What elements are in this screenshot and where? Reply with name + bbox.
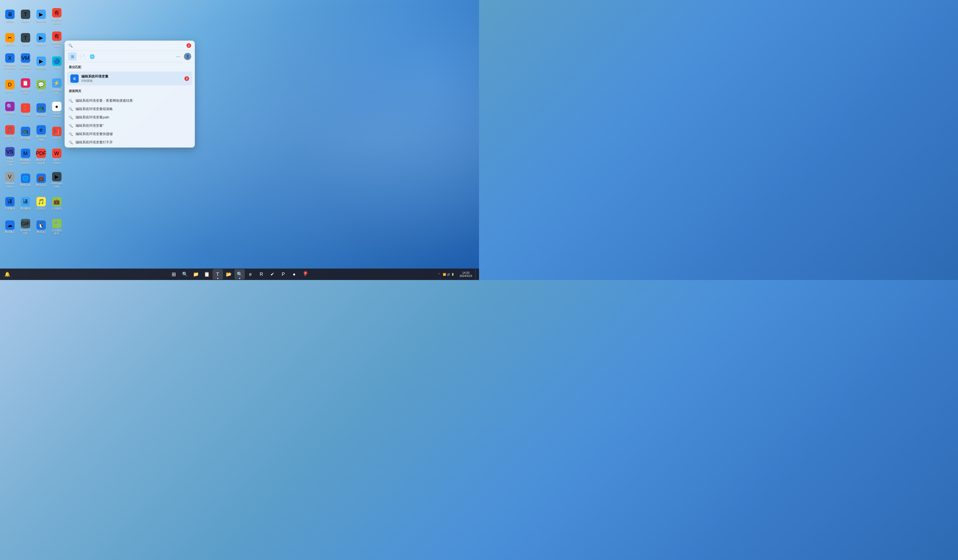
search-input[interactable]: 编辑系统环境变量: [75, 43, 184, 47]
desktop-icon-icon-28[interactable]: W WPS Office: [49, 146, 64, 168]
clock-time: 14:20: [462, 271, 469, 274]
desktop-icon-label: 腾讯QQ: [36, 231, 46, 234]
desktop-icon-icon-29[interactable]: V VMware Xterm: [3, 169, 17, 191]
taskbar-item-tb-edge[interactable]: e: [245, 269, 256, 280]
taskbar-item-tb-explorer[interactable]: 📂: [224, 269, 234, 280]
desktop-icon-icon-6[interactable]: T Typora: [18, 28, 33, 51]
tab-doc[interactable]: 📄: [78, 52, 86, 61]
desktop-icon-icon-31[interactable]: 💼 腾讯会议: [34, 169, 48, 191]
desktop-icon-icon-10[interactable]: VM VMware Workstation: [18, 52, 33, 74]
desktop-icon-icon-32[interactable]: ▶ PotPlayer 64bit: [49, 169, 64, 191]
desktop-icon-img: X: [5, 53, 14, 63]
desktop-icon-icon-17[interactable]: 🔍 Everything: [3, 99, 17, 121]
desktop-icon-icon-19[interactable]: 📺 腾讯视频: [34, 99, 48, 121]
web-result-item-4[interactable]: 🔍编辑系统环境变量快捷键: [65, 130, 195, 138]
desktop-icon-label: 小红书: [53, 137, 61, 140]
desktop-icon-label: 企业微信助手: [51, 229, 63, 235]
system-tray-expand[interactable]: ^: [438, 272, 440, 276]
taskbar-item-tb-chrome[interactable]: ●: [289, 269, 300, 280]
desktop-icon-icon-4[interactable]: 有 有道词典桌面版: [49, 5, 64, 27]
desktop-icon-img: 有: [52, 32, 62, 41]
desktop-icon-icon-22[interactable]: 📺 腾讯视频: [18, 122, 33, 144]
web-result-item-3[interactable]: 🔍编辑系统环境变量": [65, 122, 195, 130]
desktop-icon-icon-15[interactable]: 💬 微信: [34, 76, 48, 98]
clock-date: 2024/3/15: [460, 274, 472, 277]
best-match-result[interactable]: 🖥 编辑系统环境变量 控制面板 3: [67, 71, 192, 85]
best-match-name: 编辑系统环境变量: [81, 74, 189, 79]
desktop-icon-icon-34[interactable]: 译 腾讯翻译: [18, 193, 33, 215]
tab-all[interactable]: ⊞: [68, 52, 76, 61]
search-bar: 🔍 编辑系统环境变量 2: [65, 41, 195, 51]
desktop-icon-icon-14[interactable]: 📋 剪贴板管理器: [18, 76, 33, 98]
desktop-icon-img: W: [52, 149, 62, 158]
desktop-icon-icon-13[interactable]: D draw.io: [3, 76, 17, 98]
desktop-icon-icon-8[interactable]: 有 网易有道词典: [49, 28, 64, 51]
desktop-icon-icon-35[interactable]: 🎵 QQ音乐: [34, 193, 48, 215]
web-results-list: 🔍编辑系统环境变量 - 查看网络搜索结果🔍编辑系统环境变量组策略🔍编辑系统环境变…: [65, 95, 195, 147]
taskbar-item-tb-pdf[interactable]: P: [278, 269, 289, 280]
desktop-icon-icon-9[interactable]: X Xmanager PowerSuite: [3, 52, 17, 74]
taskbar-icon: 📋: [204, 272, 210, 277]
web-result-item-5[interactable]: 🔍编辑系统环境变量打不开: [65, 138, 195, 147]
desktop-icon-img: 📺: [36, 103, 46, 113]
desktop-icon-icon-21[interactable]: 🎵 网易云音乐: [3, 122, 17, 144]
desktop-icon-icon-30[interactable]: 🌐 网络连接: [18, 169, 33, 191]
taskbar-icon-wrap: R: [260, 272, 263, 277]
taskbar-item-tb-search2[interactable]: 🔍: [235, 269, 245, 280]
desktop-icon-icon-33[interactable]: 译 百度翻译: [3, 193, 17, 215]
more-options-button[interactable]: ···: [174, 52, 182, 61]
desktop-icon-icon-20[interactable]: ● Google Chrome: [49, 99, 64, 121]
taskbar-item-tb-dida[interactable]: ✔: [267, 269, 278, 280]
sys-tray-group[interactable]: 📶 🔊 🔋: [441, 272, 456, 277]
desktop-icon-img: 📕: [52, 127, 62, 136]
tab-web[interactable]: 🌐: [88, 52, 97, 61]
desktop-icon-icon-37[interactable]: ☁ 腾讯微云: [3, 216, 17, 238]
desktop-icon-img: 💼: [52, 197, 62, 206]
desktop-icon-icon-26[interactable]: M MindMaster2020: [18, 146, 33, 168]
taskbar-clock[interactable]: 14:20 2024/3/15: [457, 271, 474, 278]
desktop-icon-img: M: [21, 149, 30, 158]
desktop-icon-img: T: [21, 33, 30, 43]
taskbar-item-tb-files[interactable]: 📁: [191, 269, 201, 280]
taskbar-item-tb-red[interactable]: R: [256, 269, 267, 280]
desktop-icon-icon-39[interactable]: 🐧 腾讯QQ: [34, 216, 48, 238]
desktop-icon-icon-23[interactable]: e Microsoft Edge: [34, 122, 48, 144]
taskbar: 🔔 ⊞ 🔍 📁 📋 T 📂 🔍 e R ✔: [0, 269, 479, 280]
desktop-icon-icon-12[interactable]: 🔵 飞书: [49, 52, 64, 74]
web-section-label: 搜索网页: [65, 86, 195, 95]
desktop-icon-img: V: [5, 172, 14, 181]
taskbar-item-tb-typora[interactable]: T: [213, 269, 223, 280]
desktop-icon-icon-2[interactable]: T Typora: [18, 5, 33, 27]
user-avatar[interactable]: 👤: [184, 53, 191, 60]
desktop-icon-icon-11[interactable]: ▶ 迅雷影音: [34, 52, 48, 74]
desktop-icon-icon-40[interactable]: 🔧 企业微信助手: [49, 216, 64, 238]
desktop-icon-icon-3[interactable]: ▶ 迅雷影音: [34, 5, 48, 27]
desktop-icon-icon-18[interactable]: 📍 百度地图: [18, 99, 33, 121]
show-desktop-button[interactable]: [475, 269, 477, 280]
desktop-icon-icon-38[interactable]: GIF ScreenToGIF: [18, 216, 33, 238]
start-button[interactable]: ⊞: [169, 269, 179, 280]
notification-button[interactable]: 🔔: [2, 269, 13, 280]
desktop-icon-icon-5[interactable]: ✂ 截图工具: [3, 28, 17, 51]
notification-icon: 🔔: [5, 271, 10, 277]
desktop-icon-icon-36[interactable]: 💼 企业微信: [49, 193, 64, 215]
desktop-icon-label: Microsoft Edge: [35, 135, 47, 142]
desktop-icon-icon-16[interactable]: ⚡ 迅雷极速版: [49, 76, 64, 98]
web-result-text: 编辑系统环境变量组策略: [76, 107, 113, 111]
taskbar-icon: ✔: [270, 272, 274, 277]
web-result-item-2[interactable]: 🔍编辑系统环境变量path: [65, 113, 195, 122]
desktop-icon-icon-27[interactable]: PDF 腾讯PDF阅读器: [34, 146, 48, 168]
desktop-icon-icon-7[interactable]: ▶ 迅雷影音: [34, 28, 48, 51]
desktop-icon-icon-1[interactable]: 🖥 此电脑: [3, 5, 17, 27]
taskbar-item-tb-yellow[interactable]: Y 1: [300, 269, 311, 280]
taskbar-item-tb-search[interactable]: 🔍: [180, 269, 190, 280]
web-result-item-0[interactable]: 🔍编辑系统环境变量 - 查看网络搜索结果: [65, 96, 195, 105]
desktop-icon-img: 📋: [21, 78, 30, 88]
desktop-icon-label: 腾讯视频: [20, 137, 31, 140]
search-result-icon: 🔍: [69, 141, 73, 144]
desktop-icon-icon-24[interactable]: 📕 小红书: [49, 122, 64, 144]
taskbar-item-tb-task[interactable]: 📋: [201, 269, 212, 280]
taskbar-icon: P: [282, 272, 285, 277]
desktop-icon-icon-25[interactable]: VS Visual Studio Code: [3, 146, 17, 168]
web-result-item-1[interactable]: 🔍编辑系统环境变量组策略: [65, 105, 195, 113]
